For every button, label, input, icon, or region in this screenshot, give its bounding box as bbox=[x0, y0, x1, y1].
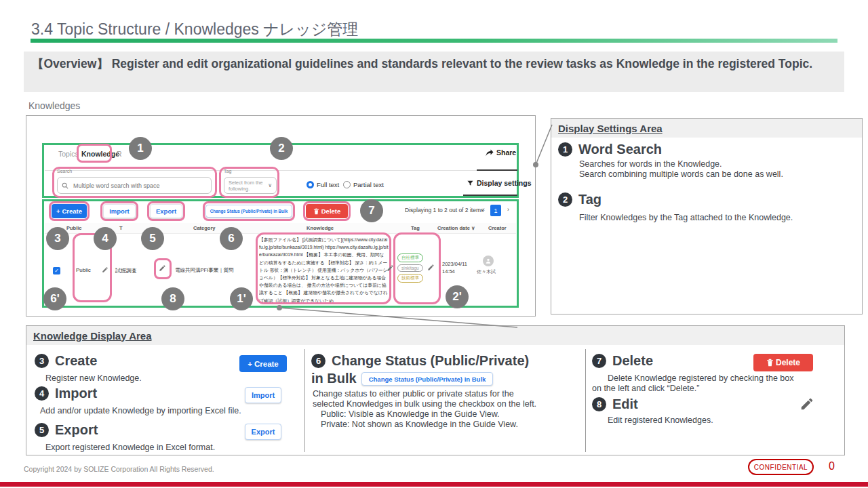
next-page-button[interactable]: › bbox=[507, 206, 509, 213]
import-button-sample[interactable]: Import bbox=[245, 387, 281, 403]
import-button[interactable]: Import bbox=[103, 204, 136, 218]
screenshot-caption: Knowledges bbox=[28, 100, 80, 111]
callout-4: 4 bbox=[94, 227, 117, 250]
cell-knowledge: 【参照ファイル名】 [試掘調査について](https://www.city.da… bbox=[259, 236, 389, 302]
footer-red-bar bbox=[0, 482, 868, 487]
callout-number: 1' bbox=[237, 292, 246, 306]
edit-icon[interactable] bbox=[387, 264, 394, 272]
tab-topics[interactable]: Topics bbox=[58, 150, 79, 158]
change-status-desc-3: Public: Visible as Knowledge in the Guid… bbox=[321, 409, 500, 419]
export-button[interactable]: Export bbox=[150, 204, 182, 218]
change-status-button-sample[interactable]: Change Status (Public/Private) in Bulk bbox=[361, 372, 493, 386]
partial-text-label: Partial text bbox=[353, 181, 384, 188]
callout-8: 8 bbox=[161, 287, 184, 310]
create-button-sample[interactable]: + Create bbox=[239, 355, 287, 372]
callout-1: 1 bbox=[129, 137, 152, 160]
number-badge: 7 bbox=[592, 354, 606, 368]
callout-tail bbox=[277, 162, 285, 170]
tag-desc-1: Filter Knowledges by the Tag attached to… bbox=[579, 213, 793, 222]
create-sample-label: Create bbox=[254, 360, 279, 368]
share-button[interactable]: Share bbox=[486, 148, 516, 157]
create-button-label: Create bbox=[62, 207, 82, 215]
column-divider bbox=[304, 349, 305, 452]
export-button-sample[interactable]: Export bbox=[245, 424, 281, 440]
delete-button[interactable]: Delete bbox=[306, 204, 348, 218]
export-heading: 5 Export bbox=[35, 422, 98, 438]
search-box[interactable] bbox=[57, 177, 212, 194]
import-desc: Add and/or update Knowledge by importing… bbox=[40, 406, 241, 415]
callout-6: 6 bbox=[220, 227, 243, 250]
tab-third-partial[interactable]: R bbox=[117, 150, 122, 158]
plus-icon: + bbox=[56, 207, 60, 215]
cell-creator: 佐々木試 bbox=[477, 268, 496, 275]
display-settings-button[interactable]: Display settings bbox=[467, 179, 532, 187]
callout-number: 6 bbox=[228, 232, 234, 245]
knowledge-display-panel-title: Knowledge Display Area bbox=[33, 330, 152, 342]
callout-tail bbox=[227, 217, 235, 225]
change-status-heading: 6 Change Status (Public/Private) bbox=[311, 353, 529, 369]
change-status-title-line2: in Bulk bbox=[311, 371, 357, 386]
knowledge-display-panel-header: Knowledge Display Area bbox=[26, 326, 844, 345]
overview-text: 【Overview】 Register and edit organizatio… bbox=[24, 52, 844, 92]
number-badge: 8 bbox=[592, 397, 606, 411]
filter-funnel-icon bbox=[467, 180, 474, 187]
number-badge: 2 bbox=[558, 192, 572, 207]
tabbar-divider bbox=[45, 170, 477, 171]
callout-tail bbox=[54, 217, 62, 225]
callout-number: 5 bbox=[149, 232, 155, 245]
edit-icon[interactable] bbox=[102, 266, 108, 273]
tag-pill: 自社標準 bbox=[397, 253, 423, 262]
number-badge: 5 bbox=[35, 423, 49, 437]
tab-knowledge[interactable]: Knowledge bbox=[81, 150, 119, 158]
display-settings-underline bbox=[463, 195, 517, 196]
knowledge-display-panel: Knowledge Display Area 3 Create + Create… bbox=[26, 325, 845, 455]
col-header-category: Category bbox=[193, 225, 216, 231]
number-badge: 4 bbox=[35, 386, 49, 401]
tag-title: Tag bbox=[578, 192, 601, 207]
delete-button-sample[interactable]: Delete bbox=[753, 354, 813, 371]
cell-public: Public bbox=[76, 267, 91, 273]
cell-category: 電線共同溝PFI事業｜質問 bbox=[175, 267, 234, 274]
plus-icon: + bbox=[248, 360, 252, 368]
share-label: Share bbox=[496, 148, 516, 157]
change-status-button-label: Change Status (Public/Private) in Bulk bbox=[210, 209, 288, 214]
edit-desc: Edit registered Knowledges. bbox=[608, 415, 713, 425]
export-desc: Export registered Knowledge in Excel for… bbox=[45, 443, 215, 452]
share-underline bbox=[477, 169, 517, 171]
slide-root: 3.4 Topic Structure / Knowledges ナレッジ管理 … bbox=[0, 0, 868, 488]
number-badge: 3 bbox=[35, 354, 49, 368]
export-button-label: Export bbox=[156, 207, 176, 215]
sort-icon: ∨ bbox=[471, 225, 475, 231]
partial-text-radio[interactable] bbox=[343, 181, 351, 188]
import-button-label: Import bbox=[109, 207, 130, 215]
search-input[interactable] bbox=[72, 182, 200, 190]
callout-2-prime: 2' bbox=[446, 285, 469, 308]
display-settings-panel: Display Settings Area 1 Word Search Sear… bbox=[551, 118, 863, 314]
row-checkbox[interactable]: ✓ bbox=[53, 267, 60, 274]
title-underline bbox=[31, 39, 837, 43]
create-button[interactable]: + Create bbox=[52, 204, 87, 218]
tag-select-value: Select from the following. bbox=[229, 180, 264, 192]
page-number-button[interactable]: 1 bbox=[490, 205, 501, 216]
tag-select[interactable]: Select from the following. ∨ bbox=[224, 177, 277, 194]
cell-tags: 自社標準 sinkitagu 技術標準 bbox=[397, 251, 423, 285]
edit-icon[interactable] bbox=[159, 264, 166, 272]
callout-tail bbox=[136, 162, 144, 170]
col-header-creation-date[interactable]: Creation date ∨ bbox=[437, 225, 475, 231]
page-number: 0 bbox=[829, 460, 835, 472]
change-status-button[interactable]: Change Status (Public/Private) in Bulk bbox=[205, 205, 292, 218]
tag-pill: 技術標準 bbox=[397, 274, 423, 283]
edit-icon[interactable] bbox=[427, 264, 435, 271]
prev-page-button[interactable]: ‹ bbox=[483, 206, 485, 213]
import-heading: 4 Import bbox=[35, 386, 97, 401]
callout-5: 5 bbox=[141, 227, 164, 250]
callout-number: 6' bbox=[50, 292, 60, 306]
delete-sample-label: Delete bbox=[776, 358, 800, 367]
full-text-radio[interactable] bbox=[307, 181, 314, 188]
delete-title: Delete bbox=[612, 353, 653, 369]
callout-number: 7 bbox=[368, 204, 374, 218]
confidential-badge: CONFIDENTIAL bbox=[748, 459, 814, 475]
col-header-creator: Creator bbox=[488, 225, 507, 231]
display-settings-panel-title: Display Settings Area bbox=[558, 123, 663, 134]
edit-icon bbox=[800, 396, 814, 411]
